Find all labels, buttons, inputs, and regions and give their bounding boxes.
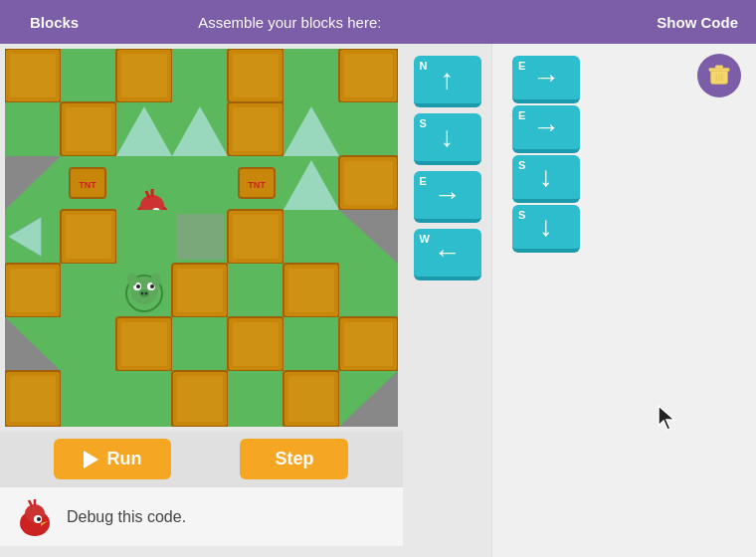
svg-point-69 [145,292,148,295]
svg-rect-48 [66,215,111,259]
assembled-block-E1[interactable]: E [512,56,580,103]
svg-text:TNT: TNT [79,180,96,190]
svg-rect-5 [121,54,167,97]
svg-rect-82 [121,322,167,366]
svg-point-68 [141,292,144,295]
svg-rect-74 [228,264,284,317]
show-code-button[interactable]: Show Code [649,10,746,35]
trash-icon [708,65,730,87]
play-icon [84,451,98,468]
svg-rect-8 [233,54,279,97]
block-E[interactable]: E [414,171,481,223]
svg-rect-94 [177,376,223,422]
svg-rect-92 [116,371,172,427]
arrow-left-icon [434,237,462,269]
block-E-label: E [420,175,427,187]
block-N-label: N [420,60,428,72]
cursor-icon [657,404,676,432]
svg-rect-44 [344,161,393,205]
block-N[interactable]: N [414,56,481,107]
assembled-arrow-down-2-icon [539,211,553,243]
svg-rect-73 [177,269,223,312]
svg-rect-20 [233,107,279,151]
svg-text:TNT: TNT [248,180,266,190]
main-content: TNT TNT [0,44,756,557]
debug-bird-icon [15,497,55,537]
svg-rect-59 [61,264,116,317]
step-button[interactable]: Step [240,439,348,479]
assembled-E2-label: E [518,109,525,121]
svg-rect-23 [339,102,398,156]
assembled-arrow-right-2-icon [532,111,560,143]
arrow-right-icon [434,179,462,211]
svg-point-70 [127,273,137,286]
assemble-area: E E S S [492,44,756,557]
debug-area: Debug this code. [0,486,403,546]
trash-button[interactable] [697,54,741,97]
svg-point-64 [136,284,140,288]
svg-rect-6 [172,49,228,102]
svg-rect-11 [344,54,393,97]
cursor-indicator [657,404,676,438]
block-W-label: W [420,233,430,245]
svg-rect-86 [284,317,339,371]
svg-marker-113 [659,406,674,430]
step-label: Step [275,449,313,468]
block-S[interactable]: S [414,113,481,165]
assembled-block-S1[interactable]: S [512,155,580,203]
svg-rect-88 [344,322,393,366]
svg-rect-14 [66,107,111,151]
game-grid-container: TNT TNT [5,49,398,427]
svg-rect-9 [284,49,339,102]
svg-rect-85 [233,322,279,366]
svg-rect-49 [116,210,172,264]
game-grid-svg: TNT TNT [5,49,398,427]
svg-rect-97 [288,376,334,422]
svg-rect-2 [10,54,56,97]
block-S-label: S [420,117,427,129]
run-label: Run [106,449,141,469]
svg-rect-109 [715,66,722,69]
right-panel: N S E W [403,44,756,557]
assemble-label: Assemble your blocks here: [118,14,649,31]
svg-rect-51 [176,214,224,260]
arrow-down-icon [441,121,455,153]
assembled-arrow-right-1-icon [532,62,560,93]
assembled-block-E2[interactable]: E [512,105,580,153]
game-controls: Run Step [0,432,403,486]
header: Blocks Assemble your blocks here: Show C… [0,0,756,44]
svg-rect-90 [10,376,56,422]
svg-rect-91 [61,371,116,427]
game-panel: TNT TNT [0,44,403,557]
arrow-up-icon [441,64,455,95]
svg-rect-58 [10,269,56,312]
blocks-column: N S E W [403,44,492,557]
assembled-S1-label: S [518,159,525,171]
svg-rect-53 [233,215,279,259]
svg-rect-3 [61,49,116,102]
assembled-arrow-down-1-icon [539,161,553,193]
assembled-E1-label: E [518,60,525,72]
assembled-S2-label: S [518,209,525,221]
svg-rect-95 [228,371,284,427]
svg-rect-76 [288,269,334,312]
blocks-label: Blocks [10,14,98,31]
svg-rect-12 [5,102,61,156]
debug-message: Debug this code. [67,508,186,526]
run-button[interactable]: Run [54,439,171,479]
svg-rect-54 [284,210,339,264]
svg-point-71 [151,273,161,286]
svg-rect-83 [172,317,228,371]
svg-line-105 [29,500,32,506]
svg-rect-80 [61,317,116,371]
svg-point-103 [37,517,41,521]
block-W[interactable]: W [414,229,481,280]
svg-rect-77 [339,264,398,317]
assembled-block-S2[interactable]: S [512,205,580,253]
assembled-blocks-group: E E S S [512,56,580,253]
svg-rect-37 [172,156,228,210]
